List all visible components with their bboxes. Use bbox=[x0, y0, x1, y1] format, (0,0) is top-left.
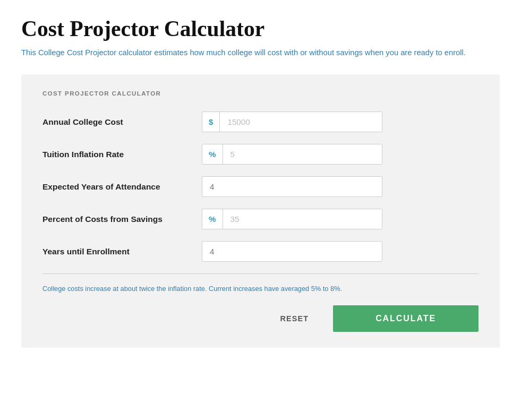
form-row-tuition-inflation-rate: Tuition Inflation Rate% bbox=[42, 144, 479, 165]
input-wrapper-annual-college-cost: $ bbox=[202, 112, 382, 132]
form-row-years-until-enrollment: Years until Enrollment bbox=[42, 241, 479, 262]
divider bbox=[42, 273, 479, 274]
footnote-text: College costs increase at about twice th… bbox=[42, 285, 311, 293]
input-percent-savings[interactable] bbox=[223, 209, 382, 229]
input-annual-college-cost[interactable] bbox=[220, 112, 382, 132]
label-expected-years: Expected Years of Attendance bbox=[42, 182, 202, 192]
label-years-until-enrollment: Years until Enrollment bbox=[42, 247, 202, 256]
input-prefix-percent-savings: % bbox=[202, 209, 223, 229]
calculator-card: COST PROJECTOR CALCULATOR Annual College… bbox=[21, 74, 500, 348]
footnote: College costs increase at about twice th… bbox=[42, 284, 479, 294]
calculate-button[interactable]: CALCULATE bbox=[333, 305, 479, 332]
label-percent-savings: Percent of Costs from Savings bbox=[42, 215, 202, 224]
input-years-until-enrollment[interactable] bbox=[202, 242, 382, 261]
label-annual-college-cost: Annual College Cost bbox=[42, 117, 202, 127]
page-description: This College Cost Projector calculator e… bbox=[21, 47, 500, 58]
form-row-expected-years: Expected Years of Attendance bbox=[42, 176, 479, 197]
page-title: Cost Projector Calculator bbox=[21, 16, 500, 41]
form-row-percent-savings: Percent of Costs from Savings% bbox=[42, 209, 479, 229]
footnote-end: . bbox=[340, 285, 343, 293]
input-wrapper-percent-savings: % bbox=[202, 209, 382, 229]
reset-button[interactable]: RESET bbox=[271, 309, 317, 328]
input-expected-years[interactable] bbox=[202, 177, 382, 196]
input-wrapper-tuition-inflation-rate: % bbox=[202, 144, 382, 165]
input-prefix-tuition-inflation-rate: % bbox=[202, 144, 223, 164]
form-row-annual-college-cost: Annual College Cost$ bbox=[42, 112, 479, 132]
input-prefix-annual-college-cost: $ bbox=[202, 112, 220, 132]
button-row: RESET CALCULATE bbox=[42, 305, 479, 332]
card-label: COST PROJECTOR CALCULATOR bbox=[42, 90, 479, 97]
footnote-highlight: 5% to 8% bbox=[311, 285, 340, 293]
label-tuition-inflation-rate: Tuition Inflation Rate bbox=[42, 150, 202, 159]
input-wrapper-expected-years bbox=[202, 176, 382, 197]
input-wrapper-years-until-enrollment bbox=[202, 241, 382, 262]
input-tuition-inflation-rate[interactable] bbox=[223, 144, 382, 164]
